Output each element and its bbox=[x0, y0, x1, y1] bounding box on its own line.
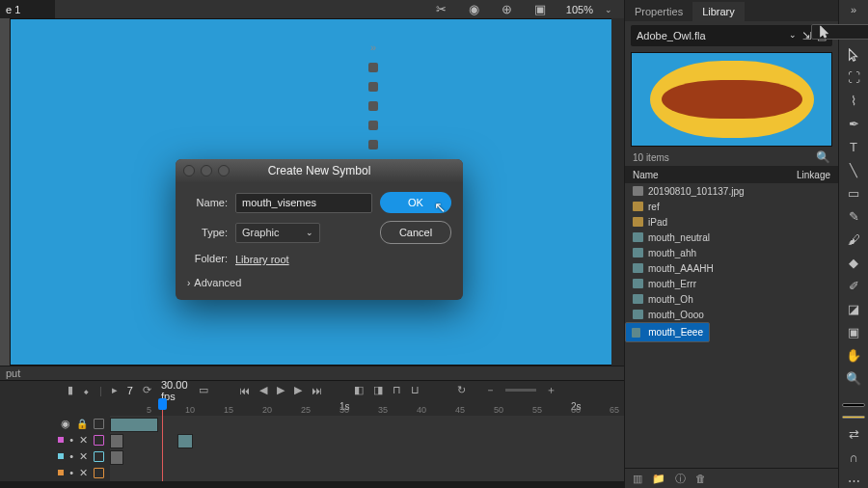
snap-icon[interactable]: ∩ bbox=[843, 450, 864, 465]
zoom-chevron-icon[interactable]: ⌄ bbox=[605, 5, 612, 14]
side-panel-icon[interactable] bbox=[368, 63, 378, 72]
pen-tool[interactable]: ✒ bbox=[843, 117, 864, 131]
tl-last-icon[interactable]: ⏭ bbox=[312, 385, 322, 396]
stage-camera-icon[interactable]: ◉ bbox=[464, 0, 485, 19]
advanced-toggle[interactable]: ›Advanced bbox=[187, 277, 451, 288]
timeline-ruler[interactable]: 1s 2s 5 10 15 20 25 30 35 40 45 50 55 60… bbox=[110, 400, 624, 416]
tl-next-icon[interactable]: ▶ bbox=[294, 384, 302, 396]
tl-loop-icon[interactable]: ↻ bbox=[457, 384, 466, 396]
tl-onion-icon[interactable]: ◧ bbox=[354, 384, 364, 396]
eraser-tool[interactable]: ◪ bbox=[843, 302, 864, 316]
delete-icon[interactable]: 🗑 bbox=[695, 473, 706, 484]
tl-prev-icon[interactable]: ◀ bbox=[259, 384, 267, 396]
tl-tool-icon[interactable]: ⟳ bbox=[143, 384, 151, 396]
library-item[interactable]: mouth_Eeee bbox=[625, 322, 710, 342]
pin-icon[interactable]: ⇲ bbox=[802, 30, 811, 42]
current-frame[interactable]: 7 bbox=[127, 385, 133, 396]
search-icon[interactable]: 🔍 bbox=[816, 150, 830, 164]
text-tool[interactable]: T bbox=[843, 140, 864, 154]
library-item[interactable]: mouth_neutral bbox=[625, 230, 838, 245]
side-panel-icon[interactable] bbox=[368, 140, 378, 149]
side-panel-icon[interactable] bbox=[368, 82, 378, 92]
timeline-frames[interactable] bbox=[110, 416, 624, 481]
tl-marker-icon[interactable]: ⊓ bbox=[393, 384, 401, 396]
graphic-icon bbox=[633, 279, 643, 288]
selection-tool[interactable] bbox=[811, 24, 868, 40]
scene-tab[interactable]: e 1 bbox=[0, 0, 55, 18]
fill-color-swatch[interactable] bbox=[842, 416, 865, 419]
dialog-title: Create New Symbol bbox=[268, 164, 371, 177]
free-transform-tool[interactable]: ⛶ bbox=[843, 70, 864, 85]
stage-cut-icon[interactable]: ✂ bbox=[431, 0, 452, 19]
tl-zoom-out-icon[interactable]: － bbox=[485, 383, 496, 397]
layer-row[interactable]: •✕ bbox=[0, 465, 110, 481]
outline-icon[interactable] bbox=[94, 419, 104, 429]
library-item[interactable]: ref bbox=[625, 199, 838, 214]
ok-button[interactable]: OK bbox=[380, 192, 451, 213]
stage-fit-icon[interactable]: ▣ bbox=[529, 0, 551, 19]
hand-tool[interactable]: ✋ bbox=[843, 348, 864, 363]
stroke-color-swatch[interactable] bbox=[842, 403, 865, 406]
layer-row[interactable]: •✕ bbox=[0, 448, 110, 465]
stage-grid-icon[interactable]: ⊕ bbox=[497, 0, 518, 19]
cancel-button[interactable]: Cancel bbox=[380, 221, 451, 244]
paint-bucket-tool[interactable]: ◆ bbox=[843, 256, 864, 270]
dialog-titlebar[interactable]: Create New Symbol bbox=[176, 159, 463, 182]
camera-tool[interactable]: ▣ bbox=[843, 325, 864, 339]
tl-zoom-in-icon[interactable]: ＋ bbox=[546, 383, 556, 397]
new-symbol-icon[interactable]: ▥ bbox=[633, 473, 642, 485]
tl-zoom-slider[interactable] bbox=[505, 389, 536, 392]
traffic-min-icon[interactable] bbox=[201, 165, 212, 176]
new-folder-icon[interactable]: 📁 bbox=[652, 473, 665, 485]
tools-collapse-icon[interactable]: » bbox=[851, 4, 856, 15]
lock-icon[interactable]: 🔒 bbox=[76, 419, 88, 429]
eyedropper-tool[interactable]: ✐ bbox=[843, 279, 864, 293]
tl-camera-icon[interactable]: ▮ bbox=[68, 384, 73, 396]
tl-play-icon[interactable]: ▸ bbox=[112, 384, 118, 396]
library-item[interactable]: 20190810_101137.jpg bbox=[625, 183, 838, 199]
eye-icon[interactable]: ◉ bbox=[61, 418, 70, 430]
symbol-name-input[interactable]: mouth_visemes bbox=[235, 193, 372, 213]
library-document-select[interactable]: Adobe_Owl.fla ⌄⇲▤ bbox=[631, 25, 832, 46]
zoom-level[interactable]: 105% bbox=[566, 4, 593, 15]
options-icon[interactable]: ⋯ bbox=[843, 474, 864, 488]
status-bar: put bbox=[0, 366, 624, 380]
library-tab[interactable]: Library bbox=[692, 2, 745, 21]
side-panel-icon[interactable] bbox=[368, 101, 378, 111]
library-header[interactable]: NameLinkage bbox=[625, 166, 838, 183]
collapse-chevron-icon[interactable]: » bbox=[370, 41, 376, 53]
lasso-tool[interactable]: ⌇ bbox=[843, 94, 864, 108]
rectangle-tool[interactable]: ▭ bbox=[843, 186, 864, 201]
library-item[interactable]: mouth_AAAHH bbox=[625, 260, 838, 276]
stage[interactable]: » Create New Symbol Name: mouth_visemes … bbox=[0, 18, 624, 366]
folder-link[interactable]: Library root bbox=[235, 252, 289, 265]
pencil-tool[interactable]: ✎ bbox=[843, 209, 864, 224]
line-tool[interactable]: ╲ bbox=[843, 163, 864, 177]
properties-tab[interactable]: Properties bbox=[625, 2, 692, 21]
zoom-tool[interactable]: 🔍 bbox=[843, 371, 864, 386]
traffic-max-icon[interactable] bbox=[218, 165, 230, 176]
stage-scrollbar-v[interactable] bbox=[611, 18, 624, 366]
tl-keyframe-icon[interactable]: ⬥ bbox=[83, 385, 90, 396]
library-item[interactable]: iPad bbox=[625, 214, 838, 230]
tl-marker-icon[interactable]: ⊔ bbox=[411, 384, 420, 396]
tl-first-icon[interactable]: ⏮ bbox=[239, 385, 250, 396]
type-label: Type: bbox=[187, 227, 228, 238]
side-panel-icon[interactable] bbox=[368, 121, 378, 130]
tl-playback-icon[interactable]: ▶ bbox=[277, 384, 285, 396]
library-item[interactable]: mouth_Errr bbox=[625, 276, 838, 291]
subselection-tool[interactable] bbox=[843, 48, 864, 62]
layer-row[interactable]: •✕ bbox=[0, 432, 110, 448]
library-item[interactable]: mouth_ahh bbox=[625, 245, 838, 260]
library-item[interactable]: mouth_Oooo bbox=[625, 307, 838, 322]
tl-tool-icon[interactable]: ▭ bbox=[199, 384, 208, 396]
tl-onion-icon[interactable]: ◨ bbox=[373, 384, 383, 396]
type-select[interactable]: Graphic⌄ bbox=[235, 223, 320, 243]
brush-tool[interactable]: 🖌 bbox=[843, 232, 864, 247]
traffic-close-icon[interactable] bbox=[183, 165, 195, 176]
name-label: Name: bbox=[187, 197, 228, 208]
properties-icon[interactable]: ⓘ bbox=[675, 472, 686, 486]
library-item[interactable]: mouth_Oh bbox=[625, 291, 838, 307]
library-item-label: ref bbox=[648, 202, 660, 212]
swap-colors-icon[interactable]: ⇄ bbox=[843, 427, 864, 442]
